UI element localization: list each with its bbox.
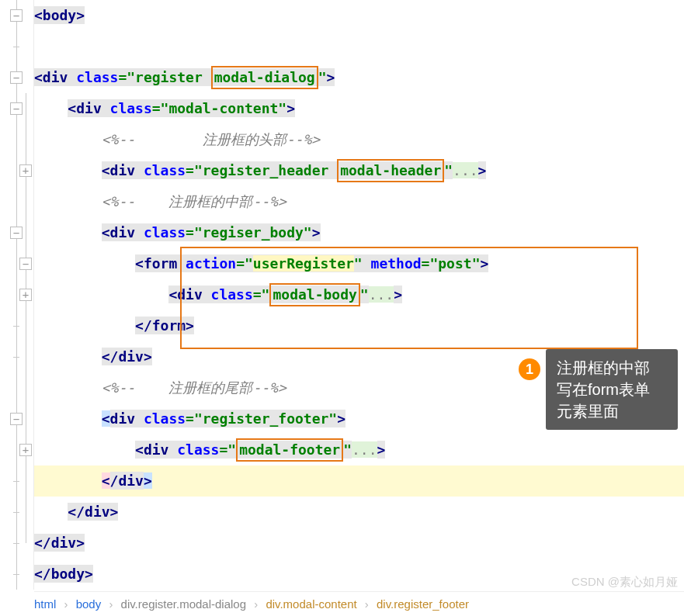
- fold-icon[interactable]: [10, 227, 23, 239]
- code-area[interactable]: <body> <div class="register modal-dialog…: [34, 0, 684, 590]
- code-line[interactable]: [34, 31, 684, 62]
- code-line[interactable]: <form action="userRegister" method="post…: [34, 248, 684, 279]
- fold-icon[interactable]: [10, 102, 23, 115]
- code-line[interactable]: </div>: [34, 465, 684, 497]
- chevron-right-icon: ›: [64, 597, 68, 611]
- code-line[interactable]: </div>: [34, 497, 684, 528]
- callout-text: 注册框的中部: [557, 357, 667, 379]
- fold-icon[interactable]: [19, 164, 32, 177]
- fold-icon[interactable]: [10, 413, 23, 425]
- code-line[interactable]: </div>: [34, 528, 684, 559]
- fold-icon[interactable]: [19, 444, 32, 456]
- watermark: CSDN @素心如月娅: [571, 575, 678, 590]
- breadcrumb[interactable]: html › body › div.register.modal-dialog …: [34, 591, 684, 616]
- code-line[interactable]: <div class="register_header modal-header…: [34, 155, 684, 186]
- breadcrumb-item[interactable]: div.modal-content: [266, 597, 356, 611]
- fold-icon[interactable]: [10, 9, 23, 22]
- annotation-callout: 注册框的中部 写在form表单 元素里面: [546, 349, 678, 430]
- code-line[interactable]: <body>: [34, 0, 684, 31]
- chevron-right-icon: ›: [365, 597, 369, 611]
- fold-icon[interactable]: [10, 71, 23, 84]
- code-line[interactable]: <div class="modal-content">: [34, 93, 684, 124]
- code-line[interactable]: <div class="modal-footer"...>: [34, 434, 684, 465]
- code-line[interactable]: <%-- 注册框的中部--%>: [34, 186, 684, 217]
- callout-number: 1: [519, 358, 540, 380]
- chevron-right-icon: ›: [109, 597, 113, 611]
- breadcrumb-item[interactable]: body: [76, 597, 102, 611]
- chevron-right-icon: ›: [254, 597, 258, 611]
- callout-text: 写在form表单: [557, 379, 667, 400]
- code-line[interactable]: </form>: [34, 310, 684, 341]
- code-line[interactable]: <div class="regiser_body">: [34, 217, 684, 248]
- breadcrumb-item[interactable]: div.register_footer: [377, 597, 469, 611]
- code-line[interactable]: <div class="modal-body"...>: [34, 279, 684, 310]
- code-line[interactable]: <div class="register modal-dialog">: [34, 62, 684, 93]
- fold-icon[interactable]: [19, 258, 32, 270]
- fold-icon[interactable]: [19, 289, 32, 301]
- breadcrumb-item[interactable]: html: [34, 597, 56, 611]
- callout-text: 元素里面: [557, 400, 667, 422]
- gutter: [0, 0, 34, 590]
- code-editor[interactable]: <body> <div class="register modal-dialog…: [0, 0, 684, 590]
- breadcrumb-item[interactable]: div.register.modal-dialog: [121, 597, 246, 611]
- code-line[interactable]: <%-- 注册框的头部--%>: [34, 124, 684, 155]
